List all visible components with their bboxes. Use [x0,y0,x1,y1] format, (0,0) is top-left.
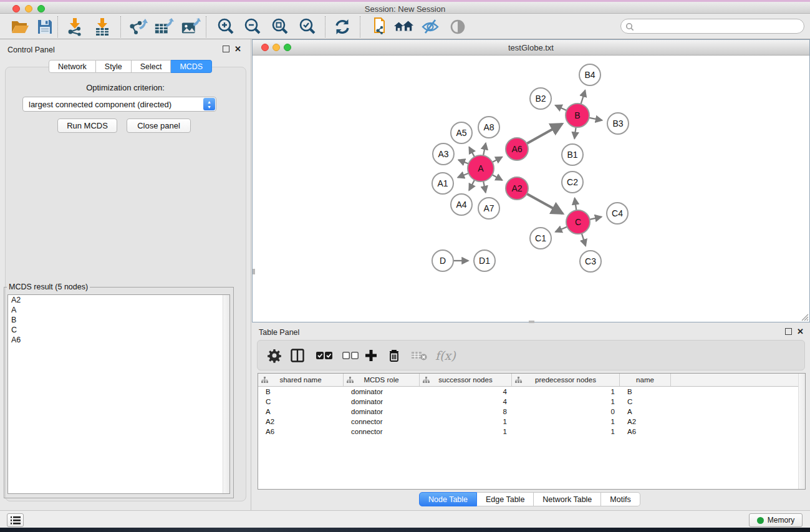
task-history-button[interactable] [7,513,24,527]
table-cell: 4 [420,387,512,397]
close-panel-button[interactable]: Close panel [127,118,191,133]
close-table-panel-icon[interactable]: ✕ [797,328,804,335]
graph-edge-B-B4[interactable] [581,90,585,105]
window-resize-handle[interactable] [253,269,255,274]
network-canvas[interactable]: AA1A2A3A4A5A6A7A8BB1B2B3B4CC1C2C3C4DD1 [253,56,809,322]
function-builder-icon[interactable]: f(x) [435,347,456,364]
run-mcds-button[interactable]: Run MCDS [57,118,117,133]
table-cell: B [258,387,344,397]
graph-edge-A6-B[interactable] [526,124,562,145]
graph-edge-A-A4[interactable] [469,179,475,190]
search-input[interactable] [636,20,798,32]
mcds-result-list[interactable]: A2ABCA6 [7,294,230,494]
tab-select[interactable]: Select [132,60,171,73]
zoom-selected-icon[interactable] [297,17,317,37]
graph-edge-A-A2[interactable] [491,174,503,180]
main-toolbar [0,14,810,39]
column-header-predecessor-nodes[interactable]: predecessor nodes [512,374,620,386]
zoom-fit-icon[interactable] [270,17,290,37]
clone-network-icon[interactable] [369,17,389,37]
tab-network-table[interactable]: Network Table [534,492,601,506]
graph-node-label-A6: A6 [511,144,522,154]
mcds-result-item[interactable]: B [8,315,229,325]
table-scrollbar[interactable] [798,374,805,489]
graph-edge-C-C1[interactable] [556,226,569,232]
tab-network[interactable]: Network [49,60,96,73]
mcds-result-item[interactable]: A [8,305,229,315]
zoom-out-icon[interactable] [243,17,263,37]
hide-selected-icon[interactable] [420,17,440,37]
table-rows: Bdominator41BCdominator41CAdominator80AA… [258,387,798,489]
table-toolbar: f(x) [257,340,805,370]
resize-grip-icon[interactable] [800,312,809,321]
column-label: MCDS role [364,376,398,384]
memory-button[interactable]: Memory [749,513,803,527]
graph-edge-A-A7[interactable] [483,180,486,193]
network-window-titlebar[interactable]: testGlobe.txt [253,40,809,56]
add-column-icon[interactable] [365,347,377,364]
table-settings-icon[interactable] [267,347,282,364]
table-cell: 0 [512,407,620,417]
save-session-icon[interactable] [35,17,55,37]
tab-edge-table[interactable]: Edge Table [477,492,534,506]
graph-edge-C-C3[interactable] [581,232,586,246]
graph-edge-B-B3[interactable] [588,117,602,120]
table-cell: 1 [512,427,620,437]
toolbar-separator [57,16,58,37]
tab-style[interactable]: Style [96,60,132,73]
table-row[interactable]: Bdominator41B [258,387,798,397]
graph-node-label-B4: B4 [584,70,595,80]
status-bar: Memory [0,510,810,528]
mcds-result-item[interactable]: C [8,325,229,335]
float-panel-icon[interactable] [223,46,229,52]
graph-edge-B-B1[interactable] [574,126,576,138]
export-table-icon[interactable] [154,17,174,37]
float-table-panel-icon[interactable] [785,328,792,335]
tab-node-table[interactable]: Node Table [419,492,477,506]
scrollbar[interactable] [223,295,229,493]
table-row[interactable]: Cdominator41C [258,397,798,407]
deselect-all-icon[interactable] [342,347,359,364]
graph-node-label-A2: A2 [511,183,522,193]
graph-edge-A-A8[interactable] [483,143,486,157]
home-layout-icon[interactable] [394,17,414,37]
tab-mcds[interactable]: MCDS [171,60,212,73]
graph-edge-A-A1[interactable] [458,173,470,178]
graph-edge-A2-C[interactable] [526,193,562,214]
column-header-successor-nodes[interactable]: successor nodes [420,374,512,386]
criterion-select[interactable]: largest connected component (directed) ▲… [22,97,216,112]
import-table-icon[interactable] [92,17,112,37]
table-row[interactable]: A2connector11A2 [258,417,798,427]
close-panel-icon[interactable]: ✕ [234,46,241,52]
graph-node-label-B3: B3 [612,118,623,128]
table-cell: connector [344,427,420,437]
export-image-icon[interactable] [181,17,201,37]
graph-node-label-B2: B2 [535,94,546,104]
mcds-result-item[interactable]: A6 [8,335,229,345]
graph-node-label-A3: A3 [438,149,448,159]
split-view-icon[interactable] [291,347,304,364]
mcds-result-item[interactable]: A2 [8,295,229,305]
tab-motifs[interactable]: Motifs [601,492,640,506]
table-row[interactable]: A6connector11A6 [258,427,798,437]
column-header-filler [671,374,798,386]
column-header-name[interactable]: name [620,374,671,386]
select-all-icon[interactable] [316,347,332,364]
refresh-icon[interactable] [332,17,352,37]
graph-node-label-A5: A5 [456,128,466,138]
open-file-icon[interactable] [10,17,30,37]
graph-edge-B-B2[interactable] [556,105,568,111]
search-box [620,19,804,34]
zoom-in-icon[interactable] [216,17,236,37]
graph-edge-C-C4[interactable] [589,217,602,220]
column-header-MCDS-role[interactable]: MCDS role [344,374,420,386]
delete-column-icon[interactable] [388,347,400,364]
delete-table-icon[interactable] [411,347,427,364]
graph-edge-C-C2[interactable] [575,198,577,211]
window-resize-handle[interactable] [529,321,534,323]
show-all-icon[interactable] [448,17,468,37]
export-network-icon[interactable] [128,17,148,37]
column-header-shared-name[interactable]: shared name [258,374,344,386]
table-row[interactable]: Adominator80A [258,407,798,417]
import-network-icon[interactable] [65,17,85,37]
